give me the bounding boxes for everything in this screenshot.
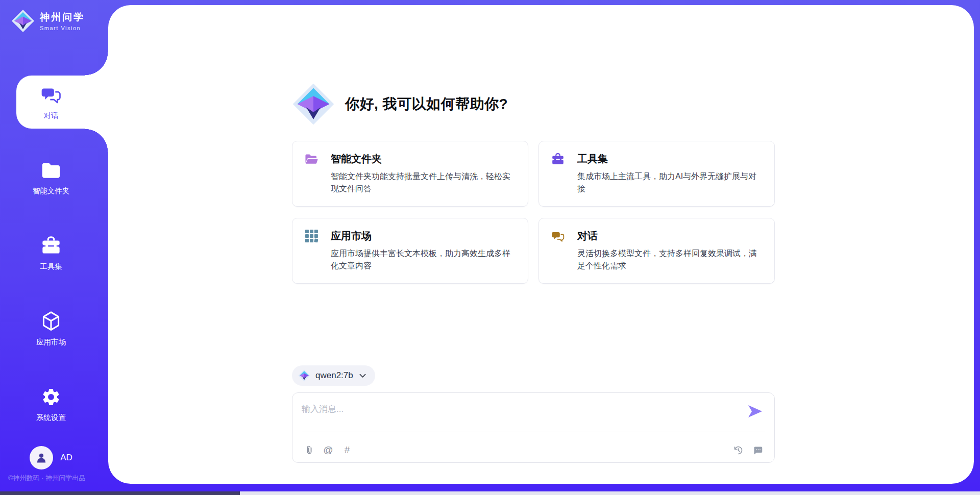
card-description: 应用市场提供丰富长文本模板，助力高效生成多样化文章内容	[331, 247, 516, 272]
sidebar-item-toolset[interactable]: 工具集	[0, 227, 108, 280]
folder-icon	[40, 160, 62, 181]
composer-divider	[302, 432, 765, 432]
brand-subtitle: Smart Vision	[40, 25, 85, 31]
send-icon[interactable]	[747, 404, 763, 418]
sidebar-item-app-market[interactable]: 应用市场	[0, 302, 108, 355]
app-window: 神州问学 Smart Vision 对话	[0, 0, 980, 495]
toolbox-icon	[551, 153, 565, 166]
sidebar-item-smart-folder[interactable]: 智能文件夹	[0, 151, 108, 204]
card-toolset[interactable]: 工具集 集成市场上主流工具，助力AI与外界无缝扩展与对接	[538, 141, 775, 207]
card-description: 灵活切换多模型文件，支持多样回复效果调试，满足个性化需求	[577, 247, 762, 272]
sidebar-item-label: 系统设置	[36, 413, 66, 423]
sidebar-item-chat[interactable]: 对话	[16, 76, 108, 129]
model-diamond-logo-icon	[298, 369, 310, 382]
hashtag-icon[interactable]: #	[341, 444, 353, 456]
history-icon[interactable]	[732, 444, 744, 456]
sidebar-nav: 对话 智能文件夹	[0, 76, 108, 453]
brand-name: 神州问学	[40, 11, 85, 24]
card-app-market[interactable]: 应用市场 应用市场提供丰富长文本模板，助力高效生成多样化文章内容	[292, 218, 528, 284]
card-title: 应用市场	[331, 229, 372, 243]
main-content: 你好, 我可以如何帮助你? 智能文件夹 智能文件夹功能支持批量文件上传与清洗，轻…	[292, 5, 775, 463]
copyright-text: ©神州数码 · 神州问学出品	[8, 474, 85, 483]
card-chat[interactable]: 对话 灵活切换多模型文件，支持多样回复效果调试，满足个性化需求	[538, 218, 775, 284]
greeting-diamond-logo-icon	[292, 83, 335, 126]
brand-diamond-logo-icon	[11, 9, 35, 33]
model-name: qwen2:7b	[315, 370, 353, 381]
sidebar-item-label: 对话	[44, 111, 59, 120]
person-icon	[34, 451, 48, 465]
card-title: 智能文件夹	[331, 152, 382, 166]
sidebar: 神州问学 Smart Vision 对话	[0, 0, 108, 495]
mention-icon[interactable]: @	[323, 444, 334, 456]
greeting: 你好, 我可以如何帮助你?	[292, 83, 775, 126]
gear-icon	[40, 386, 62, 408]
model-selector[interactable]: qwen2:7b	[292, 365, 375, 386]
composer-toolbar: @ #	[304, 444, 763, 456]
greeting-text: 你好, 我可以如何帮助你?	[345, 94, 508, 114]
chat-bubbles-icon	[551, 230, 565, 243]
paperclip-icon[interactable]	[304, 444, 315, 456]
sidebar-item-label: 智能文件夹	[33, 186, 70, 196]
card-description: 智能文件夹功能支持批量文件上传与清洗，轻松实现文件问答	[331, 170, 516, 195]
horizontal-scrollbar	[0, 491, 980, 495]
shortcut-cards: 智能文件夹 智能文件夹功能支持批量文件上传与清洗，轻松实现文件问答	[292, 141, 775, 284]
feedback-bubble-icon[interactable]	[752, 444, 763, 456]
message-composer: @ #	[292, 392, 775, 463]
sidebar-item-label: 工具集	[40, 262, 62, 271]
folder-open-icon	[305, 153, 318, 166]
chevron-down-icon	[359, 374, 366, 378]
user-initials: AD	[60, 453, 72, 463]
chat-bubbles-icon	[40, 84, 62, 106]
brand: 神州问学 Smart Vision	[11, 9, 85, 33]
sidebar-item-settings[interactable]: 系统设置	[0, 378, 108, 431]
grid-blocks-icon	[305, 230, 318, 243]
avatar	[30, 446, 53, 469]
sidebar-item-label: 应用市场	[36, 337, 66, 347]
toolbox-icon	[40, 235, 62, 257]
message-input[interactable]	[296, 396, 714, 428]
card-smart-folder[interactable]: 智能文件夹 智能文件夹功能支持批量文件上传与清洗，轻松实现文件问答	[292, 141, 528, 207]
card-description: 集成市场上主流工具，助力AI与外界无缝扩展与对接	[577, 170, 762, 195]
horizontal-scrollbar-thumb[interactable]	[0, 491, 240, 495]
card-title: 对话	[577, 229, 598, 243]
main-panel: 你好, 我可以如何帮助你? 智能文件夹 智能文件夹功能支持批量文件上传与清洗，轻…	[108, 5, 974, 484]
cube-icon	[40, 311, 62, 332]
user-account[interactable]: AD	[0, 446, 102, 469]
card-title: 工具集	[577, 152, 608, 166]
